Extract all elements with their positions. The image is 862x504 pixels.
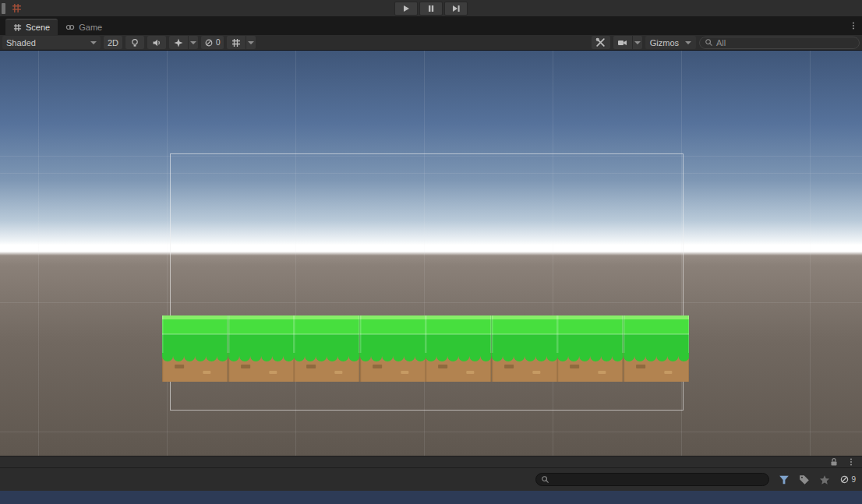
light-bulb-icon [130,38,140,48]
kebab-menu-icon[interactable] [846,457,856,467]
search-icon [705,38,713,47]
play-controls [394,2,468,16]
pause-button[interactable] [419,2,443,16]
selected-row[interactable] [0,491,862,504]
view-tabbar: Scene Game [0,17,862,35]
tools-icon [595,37,606,48]
scene-grid-icon [13,23,22,32]
grid-dropdown-button[interactable] [246,36,256,49]
platform[interactable] [162,315,689,382]
scene-view-toolbar: Shaded 2D 0 [0,35,862,51]
tab-menu-button[interactable] [849,21,858,30]
camera-group [613,36,642,49]
effects-group [169,36,198,49]
effects-dropdown-button[interactable] [188,36,198,49]
visibility-off-icon [204,38,214,48]
ground-tile [294,315,360,382]
camera-dropdown-button[interactable] [632,36,642,49]
tab-game[interactable]: Game [58,19,110,35]
lock-icon[interactable] [829,457,839,467]
scene-search-filter: All [716,38,726,48]
visibility-count: 9 [851,475,856,484]
scene-lighting-button[interactable] [125,36,144,49]
scene-viewport[interactable] [0,51,862,456]
play-button[interactable] [394,2,418,16]
filter-by-type-icon[interactable] [779,474,790,485]
dock-handle [2,3,5,14]
kebab-menu-icon [849,21,858,30]
caret-down-icon [248,41,254,44]
caret-down-icon [190,41,196,44]
bottom-filter-icons: 9 [779,474,857,485]
tab-game-label: Game [79,23,102,32]
bottom-toolbar: 9 [0,467,862,491]
hidden-objects-count: 0 [216,38,221,47]
audio-icon [152,38,161,48]
grid-group [227,36,256,49]
2d-toggle-button[interactable]: 2D [104,36,122,49]
scene-camera-button[interactable] [613,36,632,49]
shading-mode-dropdown[interactable]: Shaded [2,36,101,49]
ground-tile [228,315,295,382]
grid-snap-icon[interactable] [12,3,22,13]
scene-search-field[interactable]: All [699,37,860,49]
visibility-count-button[interactable]: 9 [839,474,856,485]
grid-visibility-button[interactable] [227,36,246,49]
grid-icon [231,38,241,48]
search-icon [541,475,549,484]
shading-mode-label: Shaded [6,38,36,48]
scene-tools-button[interactable] [592,36,610,49]
scene-audio-button[interactable] [147,36,166,49]
step-button[interactable] [444,2,468,16]
tab-scene-label: Scene [26,23,50,32]
label-icon[interactable] [799,474,810,485]
game-icon [65,23,75,32]
effects-icon [174,38,183,48]
ground-tile [557,315,624,382]
caret-down-icon [90,41,97,44]
caret-down-icon [685,41,691,44]
main-toolbar [0,0,862,17]
toolbar-left-icons [0,0,22,16]
2d-toggle-label: 2D [108,38,118,48]
bottom-search-field[interactable] [535,473,769,486]
ground-tile [426,315,492,382]
gizmos-dropdown[interactable]: Gizmos [645,36,696,49]
scene-visibility-button[interactable]: 0 [201,36,224,49]
step-icon [451,4,461,13]
caret-down-icon [634,41,641,44]
ground-tile [624,315,690,382]
visibility-off-icon [839,474,850,485]
effects-button[interactable] [169,36,188,49]
pause-icon [426,4,436,13]
ground-tile [162,315,228,382]
tab-scene[interactable]: Scene [5,19,58,35]
ground-tile [492,315,558,382]
gizmos-label: Gizmos [650,38,679,48]
bottom-search-input[interactable] [553,475,764,485]
ground-tile [360,315,426,382]
unity-editor-window: Scene Game Shaded 2D [0,0,862,504]
camera-icon [617,38,627,48]
favorites-star-icon[interactable] [819,474,830,485]
play-icon [401,4,411,13]
panel-statusbar [0,456,862,467]
